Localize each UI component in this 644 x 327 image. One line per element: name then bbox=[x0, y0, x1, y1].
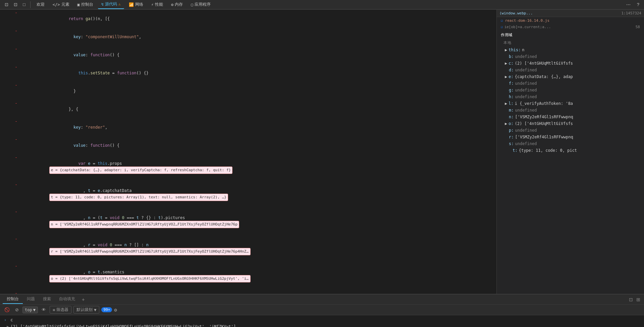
welcome-tab-label: 欢迎 bbox=[37, 2, 45, 7]
console-input-text-c: c bbox=[10, 317, 13, 323]
code-line: - key: "render", bbox=[0, 118, 496, 136]
console-input-c: › c bbox=[0, 317, 644, 323]
line-content: , o = t.semantics o = (2) ['4ntGHUqMtltG… bbox=[19, 263, 496, 290]
dropdown-arrow-icon: ▼ bbox=[33, 308, 36, 312]
expand-icon-l[interactable]: ▶ bbox=[505, 101, 507, 107]
tab-welcome[interactable]: 欢迎 bbox=[33, 0, 48, 9]
settings-icon[interactable]: ⚙ bbox=[114, 307, 117, 313]
bottom-panel-btn-2[interactable]: ⊞ bbox=[635, 296, 641, 303]
clear-console-btn[interactable]: 🚫 bbox=[3, 306, 11, 313]
tab-console[interactable]: ▣ 控制台 bbox=[74, 0, 97, 9]
line-content: key: "componentWillUnmount", bbox=[19, 28, 496, 46]
filter-btn[interactable]: ≡ 筛选器 bbox=[50, 306, 71, 314]
message-count-badge: 99+ bbox=[101, 307, 112, 312]
line-content: }, { bbox=[19, 100, 496, 118]
add-tab-btn[interactable]: + bbox=[79, 296, 87, 304]
bottom-tab-console-label: 控制台 bbox=[7, 297, 19, 301]
scope-item-o[interactable]: ▶ o: (2) ['4ntGHUqMtltGiVfsfs bbox=[497, 120, 644, 127]
scope-item-l[interactable]: ▶ l: i {_verifyAuthToken: '8a bbox=[497, 100, 644, 107]
bottom-tab-problems[interactable]: 问题 bbox=[23, 295, 39, 304]
bottom-console-area: 控制台 问题 搜索 自动填充 + ⊡ ⊞ 🚫 ⊘ top ▼ bbox=[0, 294, 644, 327]
code-line: - , o = t.semantics o = (2) ['4ntGHUqMtl… bbox=[0, 263, 496, 290]
expand-icon-c[interactable]: ▶ bbox=[505, 60, 507, 66]
line-col-info: 1:1457324 bbox=[621, 11, 641, 15]
file-location: (window.webp... bbox=[499, 11, 533, 15]
scope-item-e[interactable]: ▶ e: {captchatData: {…}, adap bbox=[497, 73, 644, 80]
help-btn[interactable]: ? bbox=[635, 1, 641, 8]
bottom-tab-autofill-label: 自动填充 bbox=[59, 297, 75, 301]
filter-label: 筛选器 bbox=[56, 307, 68, 313]
tab-application[interactable]: ▢ 应用程序 bbox=[187, 0, 214, 9]
line-diff: - bbox=[13, 46, 19, 52]
level-dropdown[interactable]: 默认级别 ▼ bbox=[73, 306, 99, 314]
code-line: - return ga()(n, [{ bbox=[0, 10, 496, 28]
line-diff: - bbox=[13, 136, 19, 142]
bottom-panel-btn-1[interactable]: ⊡ bbox=[628, 296, 634, 303]
bottom-tab-autofill[interactable]: 自动填充 bbox=[55, 295, 79, 304]
bottom-tab-console[interactable]: 控制台 bbox=[3, 295, 23, 304]
code-line: - , c = void 0 === o ? [] : o c = (2) ['… bbox=[0, 290, 496, 294]
line-content: , c = void 0 === o ? [] : o c = (2) ['4n… bbox=[19, 290, 496, 294]
line-content: , n = (t = void 0 === t ? {} : t).pictur… bbox=[19, 209, 496, 236]
line-diff: - bbox=[13, 154, 19, 160]
application-icon: ▢ bbox=[191, 2, 193, 7]
console-output: › c ▶ (2) ['4ntGHUqMtltGiVfsfsSqLiVwLtwq… bbox=[0, 315, 644, 327]
line-diff: - bbox=[13, 182, 19, 188]
memory-icon: ⚙ bbox=[171, 2, 173, 7]
scope-item-b: b: undefined bbox=[497, 53, 644, 60]
scope-item-h: h: undefined bbox=[497, 93, 644, 100]
line-diff: - bbox=[13, 236, 19, 242]
line-diff: - bbox=[13, 82, 19, 88]
device-toggle-btn[interactable]: ⊡ bbox=[3, 1, 10, 8]
inspect-btn[interactable]: ⊡ bbox=[12, 1, 19, 8]
scope-item-c[interactable]: ▶ c: (2) ['4ntGHUqMtltGiVfsfs bbox=[497, 60, 644, 67]
tab-elements[interactable]: </> 元素 bbox=[49, 0, 73, 9]
bottom-tab-search[interactable]: 搜索 bbox=[39, 295, 55, 304]
scope-item-f: f: undefined bbox=[497, 80, 644, 87]
input-arrow-c: › bbox=[4, 317, 6, 323]
line-content: key: "render", bbox=[19, 118, 496, 136]
main-editor-area: - return ga()(n, [{ - key: "componentWil… bbox=[0, 10, 644, 294]
code-editor[interactable]: - return ga()(n, [{ - key: "componentWil… bbox=[0, 10, 496, 294]
line-content: , t = e.captchatData t = {type: 11, code… bbox=[19, 182, 496, 209]
expand-c-icon[interactable]: ▶ bbox=[7, 324, 9, 327]
line-content: value: function() { bbox=[19, 46, 496, 64]
tab-memory[interactable]: ⚙ 内存 bbox=[168, 0, 186, 9]
tab-sources[interactable]: ↯ 源代码 ⚠ bbox=[98, 0, 124, 9]
expand-icon-o[interactable]: ▶ bbox=[505, 121, 507, 127]
expand-icon-this[interactable]: ▶ bbox=[505, 47, 507, 53]
console-tab-label: 控制台 bbox=[81, 2, 93, 7]
sources-icon: ↯ bbox=[101, 2, 104, 7]
bottom-tab-search-label: 搜索 bbox=[43, 297, 51, 301]
toolbar-separator bbox=[30, 1, 31, 8]
reactdom-ref: ☑ react-dom-16.14.0.js bbox=[497, 17, 644, 24]
level-dropdown-arrow: ▼ bbox=[94, 308, 96, 312]
line-content: var e = this.props e = {captchatData: {…… bbox=[19, 154, 496, 182]
hide-messages-btn[interactable]: ⊘ bbox=[13, 306, 20, 313]
more-tabs-icon[interactable]: ⋯ bbox=[624, 1, 633, 8]
top-toolbar: ⊡ ⊡ □ 欢迎 </> 元素 ▣ 控制台 ↯ 源代码 ⚠ 📶 网络 ⚡ 性能 … bbox=[0, 0, 644, 9]
expand-icon-e[interactable]: ▶ bbox=[505, 74, 507, 80]
bottom-tab-problems-label: 问题 bbox=[27, 297, 35, 301]
filter-lines-icon: ≡ bbox=[53, 308, 55, 312]
context-dropdown[interactable]: top ▼ bbox=[22, 307, 38, 313]
line-diff: - bbox=[13, 10, 19, 16]
code-panel: - return ga()(n, [{ - key: "componentWil… bbox=[0, 10, 496, 294]
sources-tab-label: 源代码 bbox=[105, 1, 117, 7]
console-toolbar: 🚫 ⊘ top ▼ 👁 ≡ 筛选器 默认级别 ▼ 99+ ⚙ bbox=[0, 305, 644, 315]
application-tab-label: 应用程序 bbox=[195, 2, 211, 7]
console-icon: ▣ bbox=[77, 2, 80, 7]
code-line: - , r = void 0 === n ? [] : n r = ['VSMZ… bbox=[0, 236, 496, 263]
line-diff: - bbox=[13, 118, 19, 124]
network-tab-label: 网络 bbox=[135, 2, 143, 7]
console-output-c[interactable]: ▶ (2) ['4ntGHUqMtltGiVfsfsSqLiVwLtwqFSSi… bbox=[0, 323, 644, 327]
scope-item-this[interactable]: ▶ this: n bbox=[497, 47, 644, 53]
tab-network[interactable]: 📶 网络 bbox=[125, 0, 147, 9]
responsive-btn[interactable]: □ bbox=[21, 1, 28, 8]
more-tabs-btn[interactable]: ⋯ ? bbox=[624, 1, 641, 8]
scope-item-t: ▶ t: {type: 11, code: 0, pict bbox=[497, 147, 644, 154]
tooltip-e: e = {captchatData: {…}, adapter: i, veri… bbox=[49, 167, 232, 174]
tab-performance[interactable]: ⚡ 性能 bbox=[148, 0, 166, 9]
code-line: - , n = (t = void 0 === t ? {} : t).pict… bbox=[0, 209, 496, 236]
eye-btn[interactable]: 👁 bbox=[40, 306, 48, 313]
